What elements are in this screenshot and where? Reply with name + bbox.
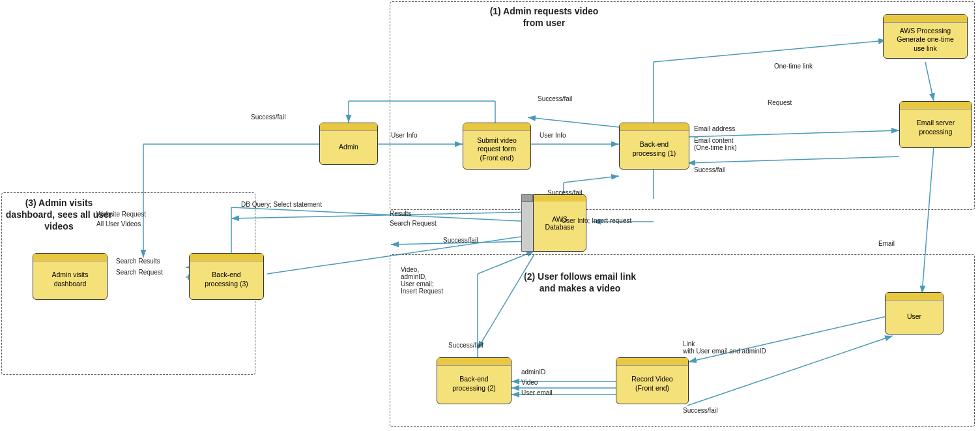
label-user-email: User email	[521, 389, 553, 396]
user-box: User	[885, 292, 944, 334]
email-server-box: Email serverprocessing	[899, 101, 972, 148]
label-success-fail-2: Success/fail	[538, 95, 572, 102]
label-success-fail-4: Success/fail	[547, 189, 582, 196]
diagram: (1) Admin requests videofrom user (2) Us…	[0, 0, 980, 431]
submit-form-box: Submit videorequest form(Front end)	[463, 123, 531, 170]
label-user-info-2: User Info	[540, 132, 566, 139]
backend2-box: Back-endprocessing (2)	[437, 357, 512, 404]
label-search-request-1: Search Request	[390, 220, 437, 227]
label-email: Email	[878, 240, 895, 247]
record-video-box: Record Video(Front end)	[616, 357, 689, 404]
admin-dashboard-box: Admin visitsdashboard	[33, 253, 108, 300]
label-success-fail-3: Sucess/fail	[694, 166, 725, 173]
label-link-user-email: Linkwith User email and adminID	[683, 340, 766, 355]
aws-processing-box: AWS ProcessingGenerate one-timeuse link	[883, 14, 968, 59]
label-success-fail-5: Success/fail	[443, 237, 478, 244]
label-website-request: Website Request	[96, 211, 146, 218]
region-1-label: (1) Admin requests videofrom user	[479, 5, 609, 29]
label-search-results: Search Results	[116, 258, 160, 265]
label-all-user-videos: All User Videos	[96, 220, 141, 228]
label-user-info-1: User Info	[391, 132, 418, 139]
svg-line-23	[231, 212, 534, 218]
label-email-address: Email address	[694, 125, 735, 132]
label-user-info-insert: User Info; Insert request	[562, 217, 631, 224]
label-video: Video	[521, 379, 538, 386]
label-email-content: Email content	[694, 137, 734, 144]
backend3-box: Back-endprocessing (3)	[189, 253, 264, 300]
label-video-insert: Video,adminID,User email;Insert Request	[401, 266, 443, 295]
label-search-request-2: Search Request	[116, 269, 163, 276]
label-success-fail-7: Success/fail	[683, 407, 717, 414]
admin-box: Admin	[319, 123, 378, 165]
label-success-fail-6: Success/fail	[448, 342, 483, 349]
label-request: Request	[768, 99, 792, 106]
label-one-time-link-2: One-time link	[774, 63, 813, 70]
region-2-label: (2) User follows email linkand makes a v…	[508, 271, 652, 294]
backend1-box: Back-endprocessing (1)	[619, 123, 689, 170]
label-one-time-link: (One-time link)	[694, 144, 737, 151]
label-results: Results	[390, 210, 411, 217]
label-adminid: adminID	[521, 368, 545, 376]
label-success-fail-1: Success/fail	[251, 113, 285, 121]
label-db-query: DB Query; Select statement	[241, 201, 322, 208]
